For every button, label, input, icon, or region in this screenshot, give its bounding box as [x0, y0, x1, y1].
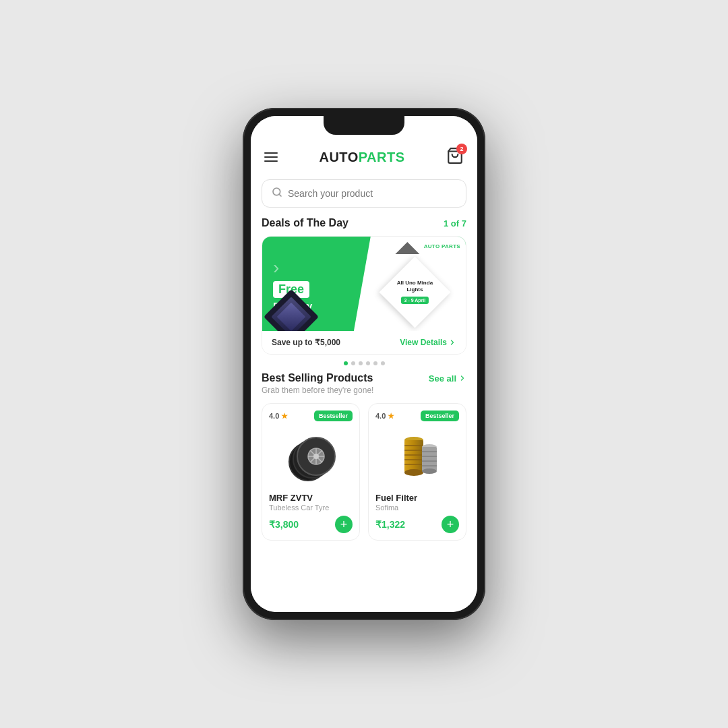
promo-content: All Uno Minda Lights 3 - 9 April: [390, 279, 440, 304]
cart-badge: 2: [456, 144, 467, 154]
product-sub-2: Sofima: [375, 504, 459, 512]
search-input[interactable]: [288, 188, 456, 199]
best-selling-title: Best Selling Products: [262, 372, 373, 384]
product-footer-1: ₹3,800 +: [269, 516, 353, 533]
dot-2: [351, 361, 355, 365]
car-hood-icon: [395, 242, 419, 254]
dot-6: [381, 361, 385, 365]
add-to-cart-button-2[interactable]: +: [442, 516, 459, 533]
product-price-2: ₹1,322: [375, 519, 405, 530]
svg-point-24: [422, 468, 437, 474]
svg-point-16: [404, 469, 423, 476]
banner-left: › Free Delivery: [262, 237, 354, 331]
view-details-link[interactable]: View Details: [400, 338, 456, 347]
tyre-image-area: [269, 427, 353, 487]
best-selling-header: Best Selling Products See all: [262, 372, 466, 384]
banner-autoparts-logo: AUTO PARTS: [424, 243, 460, 249]
logo-auto-text: AUTO: [319, 150, 358, 164]
deals-section-header: Deals of The Day 1 of 7: [251, 217, 477, 229]
svg-rect-15: [404, 440, 423, 473]
products-row: 4.0 ★ Bestseller: [262, 403, 466, 541]
product-sub-1: Tubeless Car Tyre: [269, 504, 353, 512]
filter-image-area: [375, 427, 459, 487]
product-card-filter: 4.0 ★ Bestseller: [368, 403, 466, 541]
product-top-2: 4.0 ★ Bestseller: [375, 411, 459, 421]
search-bar[interactable]: [262, 179, 466, 208]
bestseller-badge-2: Bestseller: [421, 411, 459, 421]
add-to-cart-button-1[interactable]: +: [335, 516, 353, 533]
deals-title: Deals of The Day: [262, 217, 348, 229]
star-icon-1: ★: [281, 412, 288, 421]
see-all-arrow-icon: [458, 374, 466, 382]
tyre-illustration: [282, 432, 340, 483]
app-logo: AUTOPARTS: [319, 150, 404, 165]
search-icon: [272, 187, 282, 200]
banner-bottom: Save up to ₹5,000 View Details: [262, 331, 466, 354]
product-price-1: ₹3,800: [269, 519, 299, 530]
save-text: Save up to ₹5,000: [272, 338, 340, 347]
deals-counter: 1 of 7: [444, 218, 466, 229]
phone-screen: AUTOPARTS 2: [251, 116, 477, 612]
promo-title: All Uno Minda Lights: [390, 279, 440, 292]
banner-graphic: › Free Delivery AUTO: [262, 237, 466, 331]
dot-5: [373, 361, 377, 365]
deal-banner: › Free Delivery AUTO: [262, 236, 466, 355]
dot-3: [359, 361, 363, 365]
phone-frame: AUTOPARTS 2: [243, 108, 485, 620]
svg-line-2: [279, 194, 281, 196]
star-icon-2: ★: [388, 412, 394, 421]
filter-illustration: [390, 432, 444, 483]
dot-4: [366, 361, 370, 365]
rating-1: 4.0 ★: [269, 412, 288, 421]
dot-1: [344, 361, 348, 365]
product-footer-2: ₹1,322 +: [375, 516, 459, 533]
hamburger-icon[interactable]: [264, 152, 278, 162]
promo-diamond: All Uno Minda Lights 3 - 9 April: [379, 256, 450, 328]
header: AUTOPARTS 2: [251, 140, 477, 174]
product-name-2: Fuel Filter: [375, 493, 459, 503]
cart-button[interactable]: 2: [446, 147, 464, 167]
bestseller-badge-1: Bestseller: [314, 411, 353, 421]
product-top-1: 4.0 ★ Bestseller: [269, 411, 353, 421]
car-light-diamond: [264, 289, 319, 331]
svg-point-13: [313, 454, 319, 459]
svg-rect-23: [422, 447, 437, 471]
banner-right: AUTO PARTS All Uno Minda Lights 3 - 9 Ap…: [354, 237, 466, 331]
banner-dots: [251, 361, 477, 365]
view-details-arrow-icon: [448, 338, 456, 346]
screen-content: AUTOPARTS 2: [251, 116, 477, 612]
best-selling-subtitle: Grab them before they're gone!: [262, 386, 466, 395]
phone-notch: [324, 116, 404, 135]
logo-parts-text: PARTS: [359, 150, 405, 164]
best-selling-section: Best Selling Products See all Grab them …: [251, 372, 477, 541]
see-all-link[interactable]: See all: [429, 373, 466, 384]
chevron-icon: ›: [273, 257, 279, 278]
product-card-tyre: 4.0 ★ Bestseller: [262, 403, 360, 541]
promo-date: 3 - 9 April: [401, 297, 429, 304]
product-name-1: MRF ZVTV: [269, 493, 353, 503]
rating-2: 4.0 ★: [375, 412, 394, 421]
